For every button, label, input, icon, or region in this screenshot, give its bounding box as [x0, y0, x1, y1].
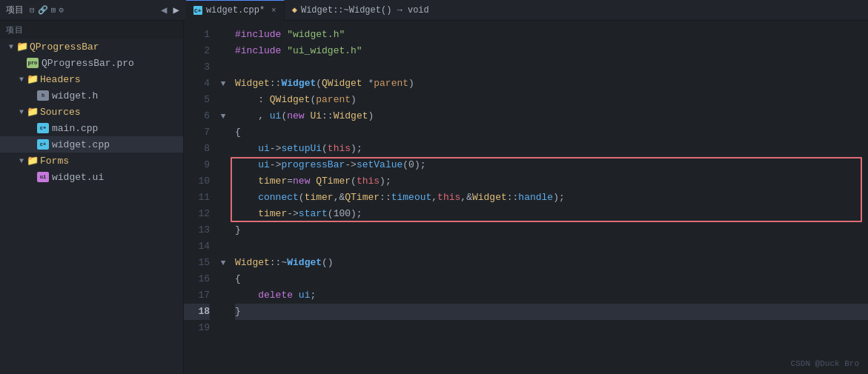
code-line[interactable]	[235, 238, 868, 255]
fold-arrow-area: ▼▼▼	[217, 21, 229, 374]
tree-item-sources[interactable]: ▼ 📁 Sources	[0, 104, 183, 120]
code-token: }	[235, 304, 241, 320]
line-number: 17	[184, 287, 210, 304]
fold-arrow	[217, 304, 229, 320]
code-token: this	[328, 141, 351, 157]
code-line[interactable]: {	[235, 271, 868, 287]
tree-label-widget-cpp: widget.cpp	[52, 139, 110, 150]
code-line[interactable]: Widget::~Widget()	[235, 255, 868, 271]
code-lines[interactable]: #include "widget.h"#include "ui_widget.h…	[229, 21, 868, 374]
code-token: *	[362, 76, 374, 92]
code-token: (	[351, 173, 357, 190]
code-token: )	[351, 92, 357, 108]
code-token	[235, 141, 258, 157]
fold-arrow[interactable]: ▼	[217, 255, 229, 271]
code-token: ui	[258, 157, 270, 173]
fold-arrow	[217, 92, 229, 108]
code-token: this	[357, 173, 380, 190]
fold-arrow	[217, 141, 229, 157]
tree-label-qprogressbar: QProgressBar	[30, 41, 99, 53]
code-line[interactable]: #include "ui_widget.h"	[235, 43, 868, 59]
fold-arrow	[217, 238, 229, 255]
code-content: 12345678910111213141516171819 ▼▼▼ #inclu…	[184, 21, 868, 374]
code-token: new	[287, 108, 310, 124]
code-token: #include	[235, 43, 287, 59]
line-number: 7	[184, 124, 210, 141]
tree-item-qprogressbar-pro[interactable]: pro QProgressBar.pro	[0, 55, 183, 71]
link-icon[interactable]: 🔗	[38, 5, 48, 15]
code-token	[235, 287, 258, 304]
fold-arrow	[217, 157, 229, 173]
tree-item-headers[interactable]: ▼ 📁 Headers	[0, 71, 183, 87]
tree-item-qprogressbar[interactable]: ▼ 📁 QProgressBar	[0, 39, 183, 55]
code-token: QTimer	[345, 190, 380, 206]
filter-icon[interactable]: ⊟	[30, 5, 35, 15]
tree-item-widget-h[interactable]: h widget.h	[0, 87, 183, 104]
code-token: (	[310, 92, 316, 108]
code-token	[235, 157, 258, 173]
nav-back[interactable]: ◀	[159, 4, 169, 16]
code-line[interactable]	[235, 320, 868, 336]
code-token: setValue	[357, 157, 402, 173]
code-line[interactable]: }	[235, 222, 868, 238]
code-token: Widget	[281, 76, 316, 92]
code-token: ->	[270, 157, 282, 173]
editor-area: 12345678910111213141516171819 ▼▼▼ #inclu…	[184, 21, 868, 374]
tree-label-widget-ui: widget.ui	[52, 172, 104, 183]
settings-icon[interactable]: ⚙	[59, 5, 64, 15]
code-token: ::	[270, 76, 282, 92]
grid-icon[interactable]: ⊞	[51, 5, 56, 15]
code-line[interactable]: }	[235, 304, 868, 320]
code-token: timeout	[391, 190, 432, 206]
fold-arrow[interactable]: ▼	[217, 76, 229, 92]
fold-arrow[interactable]: ▼	[217, 108, 229, 124]
fold-arrow	[217, 271, 229, 287]
code-token: timer	[305, 190, 334, 206]
code-token: this	[437, 190, 460, 206]
code-token: ->	[345, 157, 357, 173]
code-line[interactable]: {	[235, 124, 868, 141]
line-number: 12	[184, 206, 210, 222]
fold-arrow	[217, 222, 229, 238]
tree-item-main-cpp[interactable]: c+ main.cpp	[0, 120, 183, 136]
code-line[interactable]: delete ui;	[235, 287, 868, 304]
code-line[interactable]	[235, 59, 868, 76]
code-line[interactable]: Widget::Widget(QWidget *parent)	[235, 76, 868, 92]
line-number: 8	[184, 141, 210, 157]
code-token: Widget	[235, 255, 270, 271]
code-line[interactable]: ui->setupUi(this);	[235, 141, 868, 157]
code-token: ::	[270, 255, 282, 271]
code-token: ,&	[460, 190, 472, 206]
code-token: =	[287, 173, 293, 190]
tab-close-icon[interactable]: ×	[271, 6, 276, 15]
folder-icon-sources: 📁	[27, 106, 40, 118]
code-token: ,	[431, 190, 437, 206]
code-line[interactable]: , ui(new Ui::Widget)	[235, 108, 868, 124]
code-line[interactable]: connect(timer,&QTimer::timeout,this,&Wid…	[235, 190, 868, 206]
code-line[interactable]: : QWidget(parent)	[235, 92, 868, 108]
code-line[interactable]: timer=new QTimer(this);	[235, 173, 868, 190]
tree-item-forms[interactable]: ▼ 📁 Forms	[0, 153, 183, 169]
file-tab-label: widget.cpp*	[206, 5, 265, 16]
code-token: ::	[507, 190, 519, 206]
code-token: #include	[235, 27, 287, 43]
title-icons: ⊟ 🔗 ⊞ ⚙	[30, 5, 64, 15]
file-tab-widget-cpp[interactable]: C+ widget.cpp* ×	[186, 0, 285, 21]
watermark: CSDN @Duck Bro	[791, 359, 859, 368]
nav-forward[interactable]: ▶	[170, 4, 181, 16]
line-number: 4	[184, 76, 210, 92]
tree-label-sources: Sources	[40, 107, 81, 118]
line-number: 5	[184, 92, 210, 108]
code-line[interactable]: ui->progressBar->setValue(0);	[235, 157, 868, 173]
code-token: Widget	[235, 76, 270, 92]
code-token: );	[380, 173, 391, 190]
tree-item-widget-ui[interactable]: ui widget.ui	[0, 169, 183, 185]
fold-arrow	[217, 287, 229, 304]
code-token: ~	[281, 255, 287, 271]
code-token: progressBar	[281, 157, 345, 173]
line-number: 18	[184, 304, 210, 320]
tree-item-widget-cpp[interactable]: c+ widget.cpp	[0, 136, 183, 153]
code-line[interactable]: timer->start(100);	[235, 206, 868, 222]
code-line[interactable]: #include "widget.h"	[235, 27, 868, 43]
pro-file-icon: pro	[27, 58, 39, 68]
